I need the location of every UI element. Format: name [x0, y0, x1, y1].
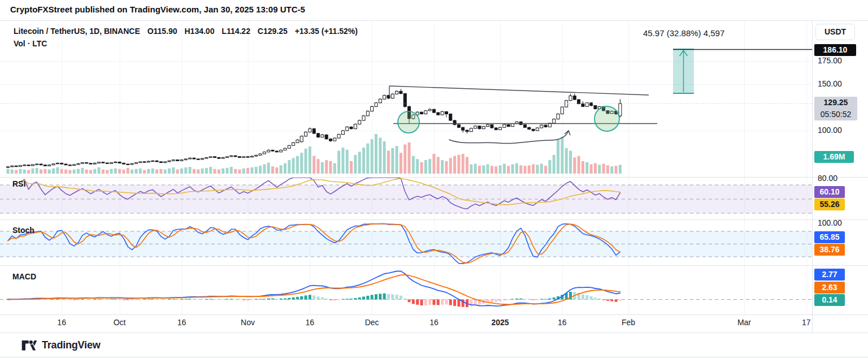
volume-legend[interactable]: Vol · LTC	[14, 39, 47, 48]
macd-value-badge: 2.77	[814, 269, 845, 281]
time-axis-label: Mar	[732, 318, 757, 327]
time-axis-label: 16	[169, 318, 194, 327]
macd-hist-value-badge: 0.14	[814, 294, 845, 306]
time-axis-label: Feb	[616, 318, 641, 327]
chart-canvas[interactable]	[0, 0, 868, 358]
tradingview-logo-icon	[21, 340, 37, 351]
rsi-axis-tick: 80.00	[818, 174, 837, 183]
ohlc-close: C129.25	[258, 27, 288, 36]
stoch-pane-label[interactable]: Stoch	[12, 226, 34, 235]
tradingview-brand-link[interactable]: TradingView	[21, 339, 101, 351]
time-axis-label: 17	[794, 318, 819, 327]
rsi-value-badge: 60.10	[814, 186, 845, 198]
ohlc-open: O115.90	[147, 27, 177, 36]
tradingview-screenshot: CryptoFXStreet published on TradingView.…	[0, 0, 868, 358]
rsi-ma-value-badge: 55.26	[814, 199, 845, 210]
ohlc-change: +13.35 (+11.52%)	[295, 27, 358, 36]
symbol-legend[interactable]: Litecoin / TetherUS, 1D, BINANCE O115.90…	[14, 27, 363, 36]
time-axis-label: Oct	[107, 318, 132, 327]
measure-annotation-label: 45.97 (32.88%) 4,597	[643, 28, 724, 38]
rsi-pane-label[interactable]: RSI	[12, 179, 25, 188]
stoch-d-value-badge: 38.76	[814, 244, 845, 256]
price-axis-tick: 100.00	[818, 126, 842, 135]
publisher-watermark: CryptoFXStreet published on TradingView.…	[10, 5, 305, 14]
price-axis-tick: 175.00	[818, 56, 842, 65]
price-axis-tick: 150.00	[818, 79, 842, 88]
measure-line-price-badge: 186.10	[814, 44, 856, 56]
macd-signal-value-badge: 2.63	[814, 282, 845, 294]
volume-value-badge: 1.69M	[814, 151, 854, 163]
stoch-k-value-badge: 65.85	[814, 231, 845, 243]
user-drawings	[389, 49, 812, 144]
brand-text: TradingView	[42, 339, 101, 351]
macd-pane-label[interactable]: MACD	[12, 272, 36, 281]
time-axis-label: 16	[422, 318, 446, 327]
symbol-title[interactable]: Litecoin / TetherUS, 1D, BINANCE	[14, 27, 140, 36]
time-axis-label: 16	[297, 318, 322, 327]
stoch-axis-tick: 100.00	[818, 218, 842, 227]
last-price-value: 129.25	[818, 97, 853, 109]
ohlc-high: H134.00	[185, 27, 215, 36]
bar-countdown: 05:50:52	[818, 109, 853, 120]
currency-toggle-button[interactable]: USDT	[815, 24, 855, 40]
last-price-badge: 129.25 05:50:52	[814, 97, 857, 120]
ohlc-low: L114.22	[222, 27, 250, 36]
time-axis-label: Nov	[236, 318, 261, 327]
time-axis-label: 16	[49, 318, 74, 327]
time-axis-label: Dec	[359, 318, 384, 327]
time-axis-label: 16	[550, 318, 575, 327]
time-axis-label: 2025	[488, 318, 513, 327]
